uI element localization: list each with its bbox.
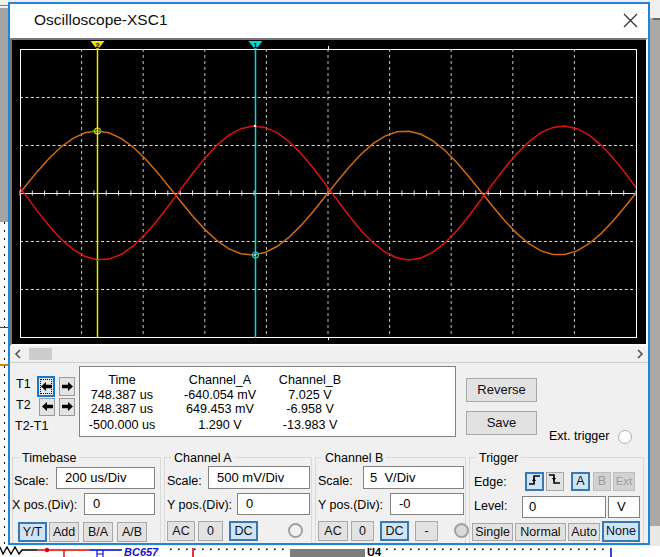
svg-text:2: 2	[95, 41, 100, 50]
svg-text:U4: U4	[367, 546, 382, 557]
svg-text:BC657: BC657	[124, 546, 159, 557]
svg-text:1: 1	[253, 41, 258, 50]
